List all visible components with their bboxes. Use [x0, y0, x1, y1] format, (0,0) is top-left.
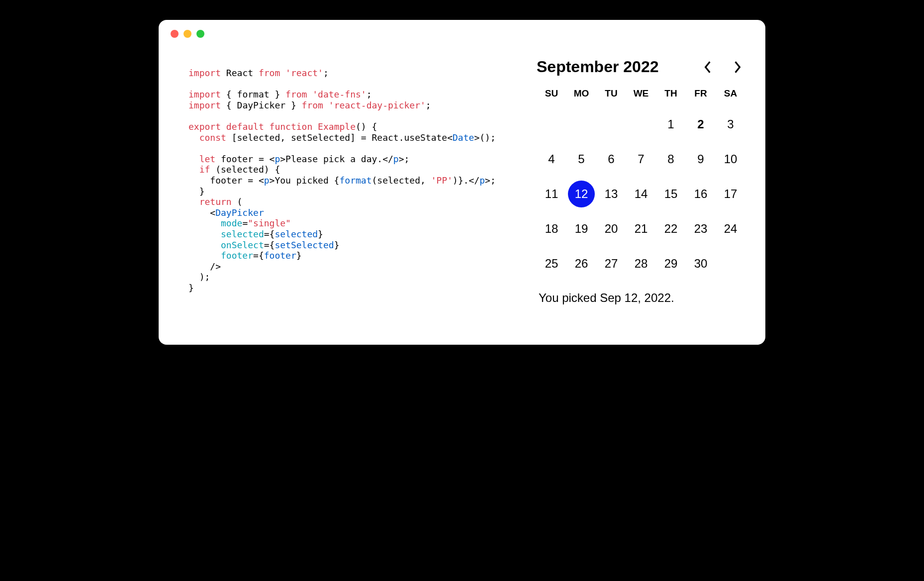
calendar-day-empty: [566, 111, 596, 138]
code-token: 'PP': [431, 175, 453, 186]
code-editor: import React from 'react'; import { form…: [188, 53, 517, 305]
calendar-grid: SUMOTUWETHFRSA12345678910111213141516171…: [537, 88, 745, 277]
calendar-day[interactable]: 6: [596, 146, 626, 173]
code-token: Example: [312, 121, 356, 132]
calendar-day[interactable]: 25: [537, 250, 566, 277]
calendar-day[interactable]: 26: [566, 250, 596, 277]
code-token: let: [188, 154, 215, 164]
code-token: import: [188, 100, 221, 110]
code-token: >();: [474, 132, 495, 143]
window-controls: [159, 20, 765, 38]
calendar-day[interactable]: 21: [626, 215, 656, 242]
calendar-day[interactable]: 24: [716, 215, 745, 242]
chevron-left-icon: [703, 61, 712, 74]
calendar-day[interactable]: 16: [686, 181, 716, 207]
calendar-day[interactable]: 29: [656, 250, 686, 277]
code-token: import: [188, 68, 221, 78]
code-token: DayPicker: [215, 207, 264, 218]
code-token: />: [188, 261, 221, 272]
calendar-day-empty: [537, 111, 566, 138]
calendar-weekday: FR: [686, 88, 716, 103]
calendar-day-empty: [716, 250, 745, 277]
code-token: React: [221, 68, 259, 78]
code-token: footer = <: [188, 175, 264, 186]
app-window: import React from 'react'; import { form…: [159, 20, 765, 345]
code-token: )}.</: [453, 175, 479, 186]
code-token: (selected,: [371, 175, 431, 186]
code-token: { DayPicker }: [221, 100, 302, 110]
code-token: Date: [453, 132, 474, 143]
code-token: ={: [253, 250, 264, 261]
calendar-weekday: SA: [716, 88, 745, 103]
code-token: >;: [485, 175, 496, 186]
code-token: import: [188, 89, 221, 99]
calendar-weekday: TU: [596, 88, 626, 103]
calendar-weekday: TH: [656, 88, 686, 103]
code-token: 'react': [280, 68, 323, 78]
code-token: (selected) {: [210, 164, 280, 175]
code-token: ;: [323, 68, 329, 78]
calendar-day[interactable]: 3: [716, 111, 745, 138]
code-token: }: [334, 240, 340, 250]
code-token: <: [188, 207, 215, 218]
calendar-day[interactable]: 17: [716, 181, 745, 207]
code-token: from: [285, 89, 307, 99]
calendar-day[interactable]: 13: [596, 181, 626, 207]
code-token: p: [264, 175, 270, 186]
code-token: (: [232, 196, 243, 207]
calendar-day-empty: [626, 111, 656, 138]
code-token: from: [302, 100, 323, 110]
code-token: format: [339, 175, 371, 186]
calendar-weekday: WE: [626, 88, 656, 103]
code-token: 'react-day-picker': [323, 100, 426, 110]
code-token: ={: [264, 229, 275, 239]
calendar: September 2022 SUMOTUWETHFRSA12345678910…: [537, 53, 745, 305]
calendar-day[interactable]: 14: [626, 181, 656, 207]
calendar-day[interactable]: 12: [568, 181, 595, 207]
code-token: "single": [248, 218, 291, 228]
code-token: p: [275, 154, 280, 164]
code-token: p: [479, 175, 485, 186]
content-area: import React from 'react'; import { form…: [159, 38, 765, 345]
code-token: >You picked {: [270, 175, 340, 186]
calendar-day[interactable]: 23: [686, 215, 716, 242]
calendar-day[interactable]: 18: [537, 215, 566, 242]
code-token: default: [221, 121, 264, 132]
code-token: onSelect: [188, 240, 264, 250]
calendar-day[interactable]: 15: [656, 181, 686, 207]
calendar-title: September 2022: [537, 58, 658, 76]
calendar-day[interactable]: 10: [716, 146, 745, 173]
calendar-footer: You picked Sep 12, 2022.: [537, 291, 745, 305]
calendar-day[interactable]: 27: [596, 250, 626, 277]
code-token: from: [259, 68, 280, 78]
calendar-day[interactable]: 2: [686, 111, 716, 138]
code-token: selected: [188, 229, 264, 239]
calendar-day[interactable]: 22: [656, 215, 686, 242]
calendar-day[interactable]: 11: [537, 181, 566, 207]
code-token: () {: [356, 121, 377, 132]
code-token: if: [188, 164, 210, 175]
code-token: >Please pick a day.</: [280, 154, 393, 164]
code-token: const: [188, 132, 226, 143]
code-token: mode: [188, 218, 242, 228]
calendar-day[interactable]: 19: [566, 215, 596, 242]
calendar-day[interactable]: 9: [686, 146, 716, 173]
close-icon[interactable]: [171, 30, 179, 38]
next-month-button[interactable]: [730, 59, 745, 75]
calendar-day[interactable]: 20: [596, 215, 626, 242]
calendar-day[interactable]: 4: [537, 146, 566, 173]
code-token: return: [188, 196, 232, 207]
calendar-day[interactable]: 30: [686, 250, 716, 277]
maximize-icon[interactable]: [196, 30, 204, 38]
calendar-day[interactable]: 8: [656, 146, 686, 173]
minimize-icon[interactable]: [184, 30, 191, 38]
calendar-day[interactable]: 7: [626, 146, 656, 173]
calendar-day[interactable]: 5: [566, 146, 596, 173]
calendar-day[interactable]: 28: [626, 250, 656, 277]
calendar-nav: [700, 59, 745, 75]
code-token: setSelected: [275, 240, 334, 250]
prev-month-button[interactable]: [700, 59, 716, 75]
calendar-weekday: MO: [566, 88, 596, 103]
calendar-day[interactable]: 1: [656, 111, 686, 138]
code-token: p: [393, 154, 399, 164]
